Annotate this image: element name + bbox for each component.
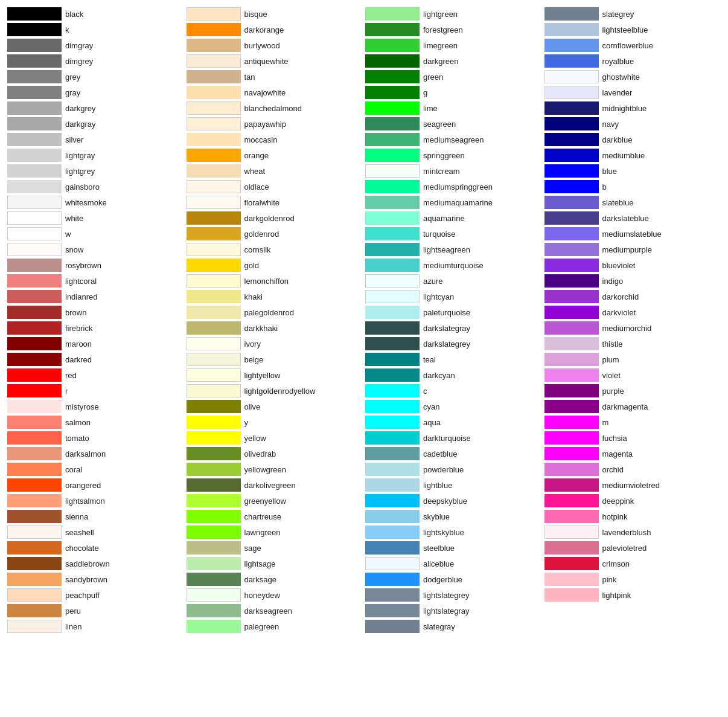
color-swatch (7, 133, 62, 146)
color-item: crimson (543, 556, 723, 571)
color-swatch (7, 588, 62, 602)
color-label: paleturquoise (423, 308, 470, 317)
color-swatch (7, 321, 62, 335)
color-label: goldenrod (244, 230, 279, 239)
color-swatch (544, 101, 599, 115)
color-swatch (544, 306, 599, 319)
color-item: peru (6, 603, 185, 619)
color-swatch (187, 604, 241, 617)
color-item: lightseagreen (364, 242, 543, 257)
color-item: thistle (543, 336, 723, 352)
color-item: fuchsia (543, 430, 723, 446)
color-item: lawngreen (185, 524, 365, 540)
color-swatch (187, 259, 241, 272)
color-label: skyblue (423, 512, 450, 521)
color-item: lime (364, 100, 543, 116)
color-swatch (544, 149, 599, 162)
color-item: dimgrey (6, 53, 185, 69)
color-label: deepskyblue (423, 497, 467, 506)
color-column-0: blackkdimgraydimgreygreygraydarkgreydark… (6, 6, 185, 634)
color-label: thistle (602, 339, 623, 349)
color-item: r (6, 383, 185, 399)
color-label: blanchedalmond (244, 104, 302, 113)
color-item: darkviolet (543, 304, 723, 320)
color-item: gray (6, 85, 185, 100)
color-swatch (365, 149, 420, 162)
color-item: lightblue (364, 477, 543, 493)
color-item: turquoise (364, 226, 543, 242)
color-label: fuchsia (602, 434, 627, 443)
color-item: darkgray (6, 116, 185, 132)
color-label: magenta (602, 449, 633, 458)
color-item: gold (185, 257, 365, 273)
color-label: moccasin (244, 135, 278, 144)
color-swatch (544, 478, 599, 492)
color-item: darkorange (185, 22, 365, 37)
color-item: royalblue (543, 53, 723, 69)
color-item: peachpuff (6, 587, 185, 603)
color-item: b (543, 179, 723, 195)
color-swatch (365, 86, 420, 99)
color-item: lightgray (6, 147, 185, 163)
color-label: lightgoldenrodyellow (244, 387, 316, 396)
color-swatch (365, 243, 420, 256)
color-swatch (187, 70, 241, 83)
color-label: darkred (65, 355, 92, 364)
color-swatch (7, 353, 62, 366)
color-item: olive (185, 399, 365, 414)
color-label: darkmagenta (602, 402, 648, 411)
color-label: limegreen (423, 41, 458, 50)
color-label: lightyellow (244, 371, 281, 380)
color-item: silver (6, 132, 185, 147)
color-label: darkgreen (423, 57, 459, 66)
color-label: darkorchid (602, 292, 639, 301)
color-item: gainsboro (6, 179, 185, 195)
color-swatch (365, 416, 420, 429)
color-swatch (365, 573, 420, 586)
color-item: black (6, 6, 185, 22)
color-label: darkorange (244, 25, 284, 34)
color-label: mediumpurple (602, 245, 652, 254)
color-item: linen (6, 619, 185, 634)
color-label: navajowhite (244, 88, 286, 97)
color-item: papayawhip (185, 116, 365, 132)
color-item: slategray (364, 619, 543, 634)
color-item: navy (543, 116, 723, 132)
color-item: darkgoldenrod (185, 210, 365, 226)
color-swatch (365, 306, 420, 319)
color-label: lightsalmon (65, 497, 105, 506)
color-swatch (7, 227, 62, 240)
color-swatch (544, 133, 599, 146)
color-item: rosybrown (6, 257, 185, 273)
color-item: deeppink (543, 493, 723, 509)
color-item: mediumblue (543, 147, 723, 163)
color-label: slateblue (602, 198, 634, 207)
color-swatch (544, 337, 599, 350)
color-item: darkolivegreen (185, 477, 365, 493)
color-item: whitesmoke (6, 195, 185, 210)
color-swatch (365, 196, 420, 209)
color-swatch (365, 227, 420, 240)
color-label: gainsboro (65, 182, 100, 191)
color-item: mediumorchid (543, 320, 723, 336)
color-swatch (7, 54, 62, 68)
color-swatch (544, 541, 599, 555)
color-item: lemonchiffon (185, 273, 365, 289)
color-swatch (7, 431, 62, 445)
color-swatch (187, 243, 241, 256)
color-item: g (364, 85, 543, 100)
color-label: darkblue (602, 135, 633, 144)
color-label: whitesmoke (65, 198, 107, 207)
color-swatch (7, 463, 62, 476)
color-item: antiquewhite (185, 53, 365, 69)
color-item: mediumspringgreen (364, 179, 543, 195)
color-label: turquoise (423, 230, 455, 239)
color-item: darksage (185, 571, 365, 587)
color-item: snow (6, 242, 185, 257)
color-swatch (7, 70, 62, 83)
color-item: oldlace (185, 179, 365, 195)
color-item: azure (364, 273, 543, 289)
color-label: darkviolet (602, 308, 636, 317)
color-swatch (365, 274, 420, 288)
color-item: blanchedalmond (185, 100, 365, 116)
